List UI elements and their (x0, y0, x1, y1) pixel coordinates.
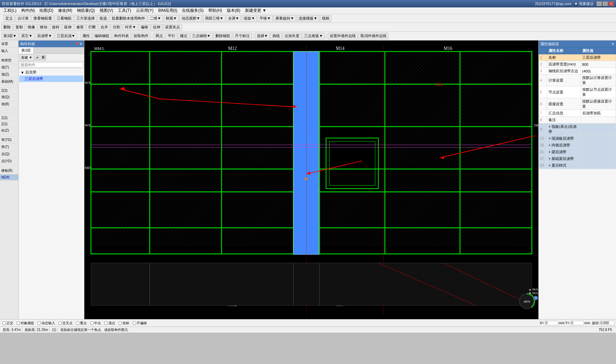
snap-checkbox[interactable] (104, 321, 108, 325)
comp-list-button[interactable]: 构件列表 (112, 33, 131, 39)
property-name[interactable]: + 现浇板后浇带 (547, 135, 581, 142)
property-value[interactable] (581, 117, 616, 123)
property-name[interactable]: + 内墙后浇带 (547, 142, 581, 149)
tree-child[interactable]: 三层后浇带 (19, 76, 83, 82)
edit-toolbar-button[interactable]: 修剪 (74, 24, 86, 31)
edit-toolbar-button[interactable]: 镜像 (26, 24, 37, 31)
edit-toolbar-button[interactable]: 移动 (38, 24, 49, 31)
snap-option[interactable]: 顶点 (103, 321, 116, 326)
floor-select[interactable]: 第3层▼ (1, 33, 19, 39)
back-pour-select[interactable]: 后浇带▼ (35, 33, 54, 39)
property-value[interactable] (581, 162, 616, 169)
toolbar-button[interactable]: 查看钢筋量 (31, 15, 54, 22)
menu-item[interactable]: 修改(M) (56, 7, 74, 14)
edit-ribs-button[interactable]: 编辑钢筋 (92, 33, 111, 39)
edit-toolbar-button[interactable]: 复制 (14, 24, 25, 31)
two-pts-button[interactable]: 两点 (154, 33, 165, 39)
edit-toolbar-button[interactable]: 打断 (86, 24, 98, 31)
nav-item[interactable] (0, 134, 18, 137)
properties-close-button[interactable]: ✕ (611, 42, 614, 46)
nav-item[interactable]: 带(TD) (0, 137, 18, 144)
property-value[interactable]: 按默认搭接设置计算 (581, 98, 616, 110)
attrs-button[interactable]: 属性 (80, 33, 92, 39)
nav-item[interactable]: 楼板(B) (0, 167, 18, 174)
menu-item[interactable]: 在线服务(S) (180, 7, 206, 14)
property-value[interactable] (581, 156, 616, 162)
toolbar-button[interactable]: 批选 (98, 15, 109, 22)
property-value[interactable]: 按默认节点设置计算 (581, 86, 616, 98)
menu-item[interactable]: 钢筋量(Q) (75, 7, 97, 14)
edit-toolbar-button[interactable]: 删除 (1, 24, 13, 31)
nav-item[interactable]: 柱(Z) (0, 127, 18, 134)
toolbar-button[interactable]: 三方形选择 (74, 15, 97, 22)
nav-item[interactable]: 墙(Z) (0, 71, 18, 78)
nav-item[interactable]: Z(2) (0, 121, 18, 127)
delete2-button[interactable]: 删 (41, 55, 46, 60)
snap-option[interactable]: 不偏移 (132, 321, 148, 326)
edit-toolbar-button[interactable]: 延伸 (62, 24, 74, 31)
property-value[interactable] (581, 142, 616, 149)
three-floor-select[interactable]: 三层后浇▼ (55, 33, 77, 39)
toolbar-button[interactable]: 连接模板▼ (297, 15, 319, 22)
toolbar-button[interactable]: 批量删除未使用构件 (110, 15, 147, 22)
toolbar-button[interactable]: 线框 (320, 15, 331, 22)
snap-checkbox[interactable] (37, 321, 41, 325)
property-value[interactable]: 三层后浇带 (581, 54, 616, 61)
close-button[interactable]: ✕ (609, 1, 614, 6)
menu-item[interactable]: 视图(V) (98, 7, 115, 14)
property-value[interactable]: (400) (581, 68, 616, 75)
snap-option[interactable]: 中点 (89, 321, 102, 326)
snap-option[interactable]: 重点 (75, 321, 88, 326)
nav-item[interactable]: 墙(B) (0, 101, 18, 108)
property-value[interactable]: 800 (581, 61, 616, 68)
nav-item[interactable]: 带(T) (0, 144, 18, 151)
select-button[interactable]: 选择▼ (255, 33, 270, 39)
snap-option[interactable]: 坐标 (117, 321, 130, 326)
toolbar-button[interactable]: 全屏▼ (226, 15, 241, 22)
mid-pt-button[interactable]: 捕点 (178, 33, 189, 39)
nav-item[interactable]: 墙(T) (0, 64, 18, 71)
nav-item[interactable]: 后(YD) (0, 158, 18, 165)
nav-item[interactable]: NEW (0, 174, 18, 180)
rotate-input[interactable] (599, 321, 615, 325)
toolbar-button[interactable]: 二维▼ (148, 15, 163, 22)
nav-item[interactable]: 后(Q) (0, 151, 18, 158)
toolbar-button[interactable]: 动态观察▼ (180, 15, 202, 22)
edit-toolbar-button[interactable]: 对齐▼ (123, 24, 138, 31)
property-value[interactable] (581, 135, 616, 142)
property-value[interactable] (581, 123, 616, 135)
set-outer-button[interactable]: 设置外墙外边线 (328, 33, 358, 39)
snap-option[interactable]: 交叉点 (57, 321, 74, 326)
property-name[interactable]: + 筏板(承台)后浇带 (547, 123, 581, 135)
nav-item[interactable] (0, 113, 18, 115)
snap-option[interactable]: 对象捕捉 (16, 321, 35, 326)
close-panel-button[interactable]: ✕ (79, 42, 82, 46)
menu-item[interactable]: 工程(L) (1, 7, 19, 14)
snap-option[interactable]: 正交 (1, 321, 14, 326)
property-value[interactable]: 按默认计算设置计算 (581, 75, 616, 86)
other-select[interactable]: 其它▼ (19, 33, 34, 39)
nav-item[interactable] (0, 108, 18, 110)
property-value[interactable] (581, 149, 616, 156)
snap-checkbox[interactable] (76, 321, 79, 325)
tree-root[interactable]: ▼ 后充带 (19, 69, 83, 76)
toolbar-button[interactable]: 缩放▼ (242, 15, 257, 22)
property-value[interactable]: 后浇带加筋 (581, 110, 616, 117)
edit-toolbar-button[interactable]: 分割 (111, 24, 122, 31)
del-ribs-button[interactable]: 删除辅筋 (213, 33, 232, 39)
toolbar-button[interactable]: 框视▼ (164, 15, 179, 22)
edit-toolbar-button[interactable]: 合并 (99, 24, 110, 31)
property-name[interactable]: + 梁后浇带 (547, 149, 581, 156)
minimize-button[interactable]: ─ (596, 1, 602, 6)
nav-item[interactable] (0, 85, 18, 88)
toolbar-button[interactable]: 平移▼ (258, 15, 273, 22)
cancel-outer-button[interactable]: 取消外墙外边线 (358, 33, 389, 39)
three-pts-button[interactable]: 三点画弧▼ (302, 33, 325, 39)
edit-toolbar-button[interactable]: 设置夹点 (163, 24, 182, 31)
nav-item[interactable] (0, 165, 18, 167)
y-input[interactable] (570, 321, 584, 325)
nav-item[interactable] (0, 55, 18, 57)
menu-item[interactable]: 构件(N) (19, 7, 37, 14)
three-corners-button[interactable]: 三点辅助▼ (190, 33, 213, 39)
add-line-button[interactable]: 画线 (270, 33, 282, 39)
